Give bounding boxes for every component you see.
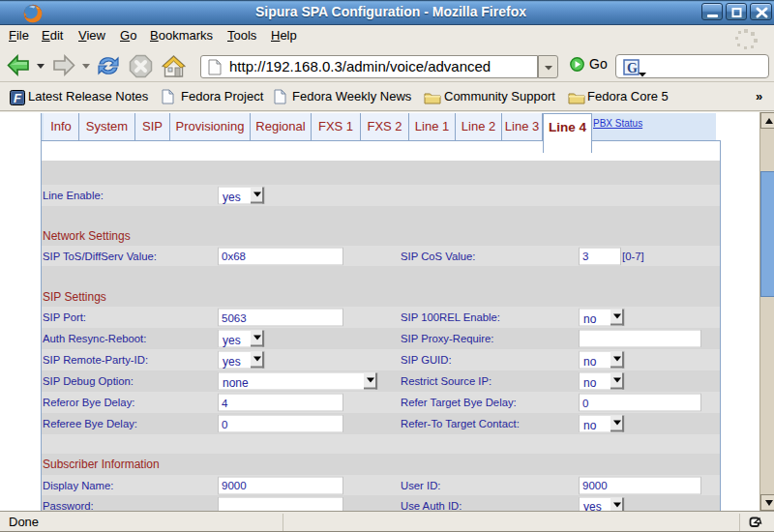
svg-text:G: G (627, 61, 638, 75)
svg-text:F: F (14, 91, 22, 105)
